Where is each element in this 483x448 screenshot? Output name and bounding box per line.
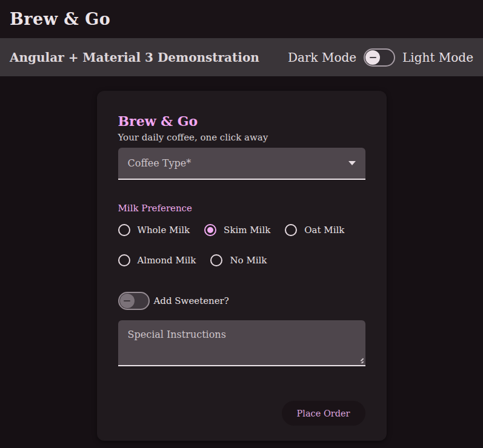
radio-icon[interactable] xyxy=(118,224,130,236)
app-title: Brew & Go xyxy=(10,10,110,28)
radio-skim-milk[interactable]: Skim Milk xyxy=(204,224,270,236)
special-instructions-label: Special Instructions xyxy=(128,329,226,340)
resize-handle-icon[interactable] xyxy=(356,355,364,363)
card-subtitle: Your daily coffee, one click away xyxy=(118,132,365,143)
radio-oat-milk[interactable]: Oat Milk xyxy=(285,224,344,236)
milk-radio-group: Whole Milk Skim Milk Oat Milk Almond Mil… xyxy=(118,224,365,266)
sub-toolbar: Angular + Material 3 Demonstration Dark … xyxy=(0,38,483,76)
app-toolbar: Brew & Go xyxy=(0,0,483,38)
order-card: Brew & Go Your daily coffee, one click a… xyxy=(97,91,387,441)
radio-icon[interactable] xyxy=(285,224,297,236)
sweetener-label: Add Sweetener? xyxy=(154,295,229,306)
dark-mode-label: Dark Mode xyxy=(288,50,356,65)
sweetener-row: Add Sweetener? xyxy=(118,292,365,310)
radio-no-milk[interactable]: No Milk xyxy=(210,254,267,266)
card-actions: Place Order xyxy=(118,401,365,426)
coffee-type-select[interactable]: Coffee Type* xyxy=(118,148,365,180)
card-title: Brew & Go xyxy=(118,114,365,128)
light-mode-label: Light Mode xyxy=(402,50,473,65)
radio-almond-milk[interactable]: Almond Milk xyxy=(118,254,196,266)
radio-checked-icon[interactable] xyxy=(204,224,216,236)
sweetener-toggle[interactable] xyxy=(118,292,150,310)
page-content: Brew & Go Your daily coffee, one click a… xyxy=(0,76,483,448)
caret-down-icon xyxy=(348,161,356,165)
minus-icon xyxy=(124,300,130,301)
theme-toggle[interactable] xyxy=(364,48,395,67)
toggle-thumb xyxy=(120,294,135,308)
radio-whole-milk[interactable]: Whole Milk xyxy=(118,224,190,236)
toggle-thumb xyxy=(365,50,380,65)
radio-icon[interactable] xyxy=(210,254,222,266)
milk-preference-label: Milk Preference xyxy=(118,203,365,214)
theme-switch-group: Dark Mode Light Mode xyxy=(288,48,473,67)
radio-icon[interactable] xyxy=(118,254,130,266)
place-order-button[interactable]: Place Order xyxy=(282,401,365,426)
special-instructions-textarea[interactable]: Special Instructions xyxy=(118,320,365,366)
demo-subtitle: Angular + Material 3 Demonstration xyxy=(10,50,259,65)
coffee-type-label: Coffee Type* xyxy=(128,157,192,169)
minus-icon xyxy=(370,57,376,58)
